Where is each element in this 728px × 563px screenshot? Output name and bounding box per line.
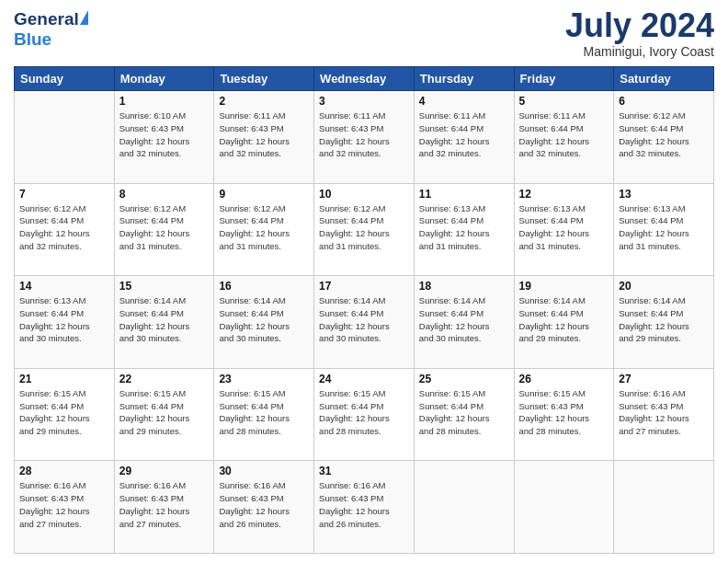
week-row-2: 7Sunrise: 6:12 AMSunset: 6:44 PMDaylight… bbox=[15, 183, 714, 276]
day-number: 26 bbox=[519, 373, 609, 385]
daylight-text-cont: and 28 minutes. bbox=[519, 426, 582, 436]
daylight-text-cont: and 31 minutes. bbox=[519, 241, 582, 251]
daylight-text-cont: and 31 minutes. bbox=[319, 241, 381, 251]
day-cell: 26Sunrise: 6:15 AMSunset: 6:43 PMDayligh… bbox=[514, 368, 614, 461]
day-number: 1 bbox=[119, 95, 210, 108]
daylight-text: Daylight: 12 hours bbox=[319, 321, 390, 331]
sunset-text: Sunset: 6:44 PM bbox=[19, 401, 84, 411]
week-row-1: 1Sunrise: 6:10 AMSunset: 6:43 PMDaylight… bbox=[15, 91, 714, 184]
day-number: 31 bbox=[319, 465, 409, 477]
day-header-monday: Monday bbox=[114, 67, 214, 91]
daylight-text-cont: and 29 minutes. bbox=[19, 426, 82, 436]
sunrise-text: Sunrise: 6:12 AM bbox=[119, 203, 186, 213]
sunset-text: Sunset: 6:44 PM bbox=[319, 215, 383, 225]
day-cell: 25Sunrise: 6:15 AMSunset: 6:44 PMDayligh… bbox=[414, 368, 514, 461]
day-header-saturday: Saturday bbox=[614, 67, 714, 91]
daylight-text-cont: and 32 minutes. bbox=[19, 241, 82, 251]
sunset-text: Sunset: 6:43 PM bbox=[319, 493, 383, 503]
sunset-text: Sunset: 6:44 PM bbox=[619, 215, 683, 225]
day-cell: 13Sunrise: 6:13 AMSunset: 6:44 PMDayligh… bbox=[614, 183, 714, 276]
week-row-5: 28Sunrise: 6:16 AMSunset: 6:43 PMDayligh… bbox=[15, 461, 714, 554]
day-info: Sunrise: 6:16 AMSunset: 6:43 PMDaylight:… bbox=[19, 479, 109, 530]
daylight-text: Daylight: 12 hours bbox=[519, 136, 590, 146]
day-number: 15 bbox=[119, 280, 210, 293]
daylight-text-cont: and 32 minutes. bbox=[519, 148, 582, 158]
day-cell: 7Sunrise: 6:12 AMSunset: 6:44 PMDaylight… bbox=[15, 183, 115, 276]
sunrise-text: Sunrise: 6:13 AM bbox=[19, 295, 85, 305]
day-number: 7 bbox=[19, 188, 109, 201]
day-number: 8 bbox=[119, 188, 210, 201]
daylight-text-cont: and 32 minutes. bbox=[119, 148, 182, 158]
sunset-text: Sunset: 6:44 PM bbox=[19, 308, 84, 318]
day-cell: 6Sunrise: 6:12 AMSunset: 6:44 PMDaylight… bbox=[614, 91, 714, 184]
sunrise-text: Sunrise: 6:16 AM bbox=[319, 480, 385, 490]
logo-blue-text: Blue bbox=[14, 29, 51, 49]
daylight-text: Daylight: 12 hours bbox=[319, 136, 390, 146]
day-header-wednesday: Wednesday bbox=[314, 67, 415, 91]
day-number: 11 bbox=[419, 188, 509, 201]
sunrise-text: Sunrise: 6:12 AM bbox=[619, 110, 685, 121]
sunrise-text: Sunrise: 6:12 AM bbox=[319, 203, 385, 213]
day-cell: 3Sunrise: 6:11 AMSunset: 6:43 PMDaylight… bbox=[314, 91, 415, 184]
day-cell: 11Sunrise: 6:13 AMSunset: 6:44 PMDayligh… bbox=[414, 183, 514, 276]
daylight-text: Daylight: 12 hours bbox=[19, 506, 90, 516]
sunrise-text: Sunrise: 6:10 AM bbox=[119, 110, 186, 121]
daylight-text: Daylight: 12 hours bbox=[419, 413, 490, 423]
daylight-text: Daylight: 12 hours bbox=[519, 413, 590, 423]
daylight-text-cont: and 27 minutes. bbox=[19, 519, 82, 529]
daylight-text: Daylight: 12 hours bbox=[119, 321, 190, 331]
day-cell: 23Sunrise: 6:15 AMSunset: 6:44 PMDayligh… bbox=[214, 368, 314, 461]
day-cell: 4Sunrise: 6:11 AMSunset: 6:44 PMDaylight… bbox=[414, 91, 514, 184]
sunset-text: Sunset: 6:43 PM bbox=[319, 123, 383, 133]
sunrise-text: Sunrise: 6:12 AM bbox=[19, 203, 85, 213]
location: Maminigui, Ivory Coast bbox=[565, 44, 714, 59]
daylight-text: Daylight: 12 hours bbox=[119, 413, 190, 423]
header: General Blue July 2024 Maminigui, Ivory … bbox=[14, 9, 714, 59]
day-number: 13 bbox=[619, 188, 709, 201]
day-cell: 14Sunrise: 6:13 AMSunset: 6:44 PMDayligh… bbox=[15, 276, 115, 369]
sunrise-text: Sunrise: 6:16 AM bbox=[619, 388, 685, 398]
daylight-text-cont: and 31 minutes. bbox=[219, 241, 281, 251]
day-cell: 28Sunrise: 6:16 AMSunset: 6:43 PMDayligh… bbox=[15, 461, 115, 554]
day-cell: 10Sunrise: 6:12 AMSunset: 6:44 PMDayligh… bbox=[314, 183, 415, 276]
day-number: 18 bbox=[419, 280, 509, 293]
daylight-text: Daylight: 12 hours bbox=[619, 228, 689, 238]
sunrise-text: Sunrise: 6:14 AM bbox=[119, 295, 186, 305]
day-info: Sunrise: 6:11 AMSunset: 6:43 PMDaylight:… bbox=[219, 109, 309, 160]
daylight-text: Daylight: 12 hours bbox=[219, 228, 290, 238]
day-info: Sunrise: 6:13 AMSunset: 6:44 PMDaylight:… bbox=[19, 294, 109, 345]
day-info: Sunrise: 6:11 AMSunset: 6:44 PMDaylight:… bbox=[419, 109, 509, 160]
daylight-text-cont: and 30 minutes. bbox=[19, 333, 82, 343]
daylight-text-cont: and 26 minutes. bbox=[219, 519, 281, 529]
sunset-text: Sunset: 6:44 PM bbox=[19, 215, 84, 225]
daylight-text-cont: and 30 minutes. bbox=[419, 333, 482, 343]
daylight-text-cont: and 28 minutes. bbox=[219, 426, 281, 436]
daylight-text: Daylight: 12 hours bbox=[219, 321, 290, 331]
sunrise-text: Sunrise: 6:14 AM bbox=[219, 295, 285, 305]
day-cell: 17Sunrise: 6:14 AMSunset: 6:44 PMDayligh… bbox=[314, 276, 415, 369]
day-number: 9 bbox=[219, 188, 309, 201]
sunset-text: Sunset: 6:44 PM bbox=[419, 215, 483, 225]
logo-triangle-icon bbox=[80, 10, 88, 25]
sunrise-text: Sunrise: 6:12 AM bbox=[219, 203, 285, 213]
day-header-sunday: Sunday bbox=[15, 67, 115, 91]
day-number: 3 bbox=[319, 95, 409, 108]
day-info: Sunrise: 6:13 AMSunset: 6:44 PMDaylight:… bbox=[519, 202, 609, 253]
sunrise-text: Sunrise: 6:15 AM bbox=[419, 388, 485, 398]
sunrise-text: Sunrise: 6:15 AM bbox=[319, 388, 385, 398]
daylight-text: Daylight: 12 hours bbox=[319, 413, 390, 423]
sunset-text: Sunset: 6:44 PM bbox=[319, 308, 383, 318]
day-info: Sunrise: 6:11 AMSunset: 6:43 PMDaylight:… bbox=[319, 109, 409, 160]
day-info: Sunrise: 6:10 AMSunset: 6:43 PMDaylight:… bbox=[119, 109, 210, 160]
day-cell: 2Sunrise: 6:11 AMSunset: 6:43 PMDaylight… bbox=[214, 91, 314, 184]
day-info: Sunrise: 6:16 AMSunset: 6:43 PMDaylight:… bbox=[319, 479, 409, 530]
day-cell: 15Sunrise: 6:14 AMSunset: 6:44 PMDayligh… bbox=[114, 276, 214, 369]
daylight-text: Daylight: 12 hours bbox=[619, 413, 689, 423]
day-number: 28 bbox=[19, 465, 109, 477]
sunrise-text: Sunrise: 6:16 AM bbox=[19, 480, 85, 490]
month-title: July 2024 bbox=[565, 9, 714, 42]
day-number: 16 bbox=[219, 280, 309, 293]
day-number: 14 bbox=[19, 280, 109, 293]
day-number: 20 bbox=[619, 280, 709, 293]
day-number: 22 bbox=[119, 373, 210, 385]
